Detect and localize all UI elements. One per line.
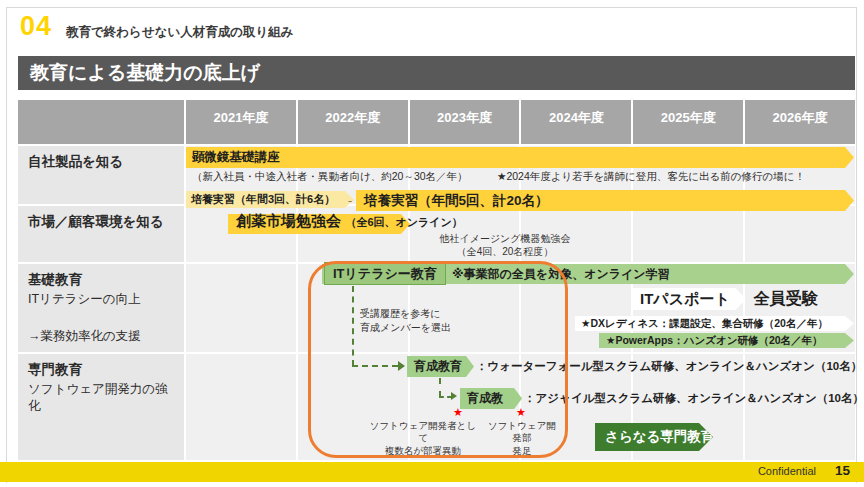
drug-market-study-title: 創薬市場勉強会	[236, 212, 341, 229]
year-header-2022: 2022年度	[298, 100, 408, 144]
title-bar: 教育による基礎力の底上げ	[18, 56, 855, 90]
year-header-2026: 2026年度	[745, 100, 855, 144]
dx-readiness-bar: ★DXレディネス：課題設定、集合研修（20名／年）	[575, 316, 854, 331]
timeline-header-row: 2021年度 2022年度 2023年度 2024年度 2025年度 2026年…	[18, 100, 855, 144]
it-literacy-label: ITリテラシー教育	[324, 262, 446, 285]
slide: 04 教育で終わらせない人材育成の取り組み 教育による基礎力の底上げ 2021年…	[0, 0, 864, 487]
training-education-waterfall: 育成教育 ：ウォーターフォール型スクラム研修、オンライン＆ハンズオン（10名）	[407, 356, 862, 377]
page-number: 15	[835, 463, 850, 478]
drug-market-study-text: 創薬市場勉強会 （全6回、オンライン）	[236, 212, 463, 231]
training-education-label: 育成教育	[407, 356, 474, 377]
drug-market-study-note: （全6回、オンライン）	[345, 216, 462, 228]
year-header-2021: 2021年度	[186, 100, 296, 144]
row-label-line: ソフトウェア開発力の強化	[28, 381, 174, 415]
page-title: 教育による基礎力の底上げ	[18, 56, 855, 90]
row-label-text: 市場／顧客環境を知る	[28, 213, 174, 231]
header-label-cell	[18, 100, 184, 144]
arrowhead-icon	[398, 361, 405, 371]
confidential-label: Confidential	[758, 465, 816, 477]
row-label-text: 自社製品を知る	[28, 153, 174, 171]
row-label-line: ITリテラシーの向上	[28, 291, 174, 308]
training-education-desc: ：アジャイル型スクラム研修、オンライン＆ハンズオン（10名）	[524, 391, 864, 406]
milestone-star-icon: ★	[516, 407, 526, 418]
microscope-course-bar: 顕微鏡基礎講座	[186, 147, 854, 168]
dev-department-note: ソフトウェア開発部 発足	[487, 420, 557, 457]
slide-number: 04	[20, 11, 52, 42]
slide-subtitle: 教育で終わらせない人材育成の取り組み	[66, 24, 294, 41]
row-label-line: →業務効率化の支援	[28, 328, 174, 345]
row-label-basic-education: 基礎教育 ITリテラシーの向上 →業務効率化の支援	[18, 264, 184, 352]
training-dashed-line-vertical	[439, 378, 441, 397]
row-label-market: 市場／顧客環境を知る	[18, 206, 184, 262]
training-education-desc: ：ウォーターフォール型スクラム研修、オンライン＆ハンズオン（10名）	[476, 359, 862, 374]
member-selection-note: 受講履歴を参考に 育成メンバーを選出	[360, 307, 451, 334]
developer-transfer-note: ソフトウェア開発者として 複数名が部署異動	[368, 420, 478, 457]
culture-training-large-bar: 培養実習（年間5回、計20名）	[356, 190, 854, 211]
milestone-star-icon: ★	[453, 407, 463, 418]
year-header-2025: 2025年度	[633, 100, 743, 144]
row-label-title: 基礎教育	[28, 271, 174, 289]
it-passport-label: ITパスポート	[632, 288, 746, 310]
powerapps-bar: ★PowerApps：ハンズオン研修（20名／年）	[599, 333, 854, 348]
row-label-specialized-education: 専門教育 ソフトウェア開発力の強化	[18, 354, 184, 460]
footer-bar	[0, 462, 864, 482]
training-education-label: 育成教育	[460, 388, 522, 409]
imaging-study-note: 他社イメージング機器勉強会 （全4回、20名程度）	[420, 233, 590, 258]
year-header-2024: 2024年度	[521, 100, 631, 144]
selection-dashed-line-vertical	[352, 286, 354, 366]
microscope-course-note: （新入社員・中途入社者・異動者向け、約20～30名／年）	[192, 170, 468, 184]
microscope-course-2024-note: ★2024年度より若手を講師に登用、客先に出る前の修行の場に！	[497, 170, 805, 184]
further-education-arrow: さらなる専門教育	[595, 423, 713, 451]
selection-dashed-line-horizontal	[352, 365, 398, 367]
culture-training-small-bar: 培養実習（年間3回、計6名） →	[186, 191, 354, 208]
it-passport-suffix: 全員受験	[754, 289, 818, 310]
it-literacy-note: ※事業部の全員を対象、オンライン学習	[452, 266, 670, 283]
it-passport-item: ITパスポート 全員受験	[632, 288, 818, 310]
row-label-products: 自社製品を知る	[18, 146, 184, 204]
arrowhead-icon	[451, 392, 457, 400]
year-header-2023: 2023年度	[410, 100, 520, 144]
row-label-title: 専門教育	[28, 361, 174, 379]
